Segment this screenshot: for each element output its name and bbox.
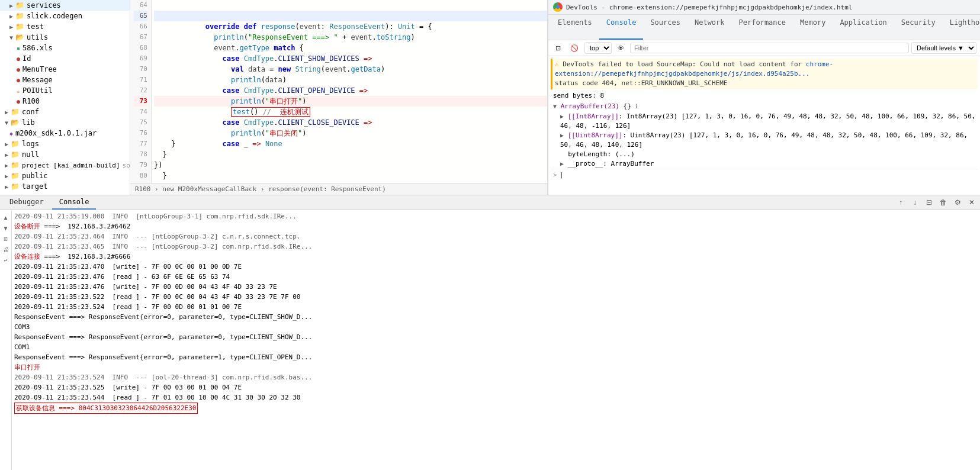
tab-performance[interactable]: Performance [732, 15, 793, 40]
tab-elements[interactable]: Elements [551, 15, 599, 40]
sidebar-item-id[interactable]: ● Id [0, 53, 130, 64]
sidebar-item-logs[interactable]: ▶ 📁 logs [0, 139, 130, 149]
tab-security[interactable]: Security [894, 15, 943, 40]
devtools-tabs: Elements Console Sources Network Perform… [548, 15, 980, 40]
scala-icon: ● [17, 66, 20, 73]
console-proto: ▶ __proto__: ArrayBuffer [551, 159, 978, 169]
levels-select[interactable]: Default levels ▼ [911, 42, 976, 54]
sidebar-item-public[interactable]: ▶ 📁 public [0, 170, 130, 181]
scala-icon: ● [17, 56, 20, 62]
jar-icon: ◆ [9, 130, 13, 137]
sidebar-item-r100[interactable]: ● R100 [0, 96, 130, 107]
settings-btn[interactable]: ⚙ [952, 197, 963, 208]
tab-memory[interactable]: Memory [793, 15, 833, 40]
collapse-icon: ▶ [5, 141, 8, 147]
sidebar-label-sources: sources [123, 162, 130, 169]
devtools-titlebar: DevTools - chrome-extension://pemepefkjf… [548, 0, 980, 15]
side-icon-down[interactable]: ▼ [1, 223, 11, 233]
sidebar-label: slick.codegen [27, 12, 82, 20]
console-input-row[interactable]: > | [551, 169, 978, 181]
devtools-console-toolbar: ⊡ 🚫 top 👁 Default levels ▼ [548, 40, 980, 56]
console-prompt: > [553, 170, 557, 180]
no-entry-button[interactable]: 🚫 [567, 43, 582, 53]
folder-icon: 📂 [15, 33, 24, 41]
folder-icon: 📁 [15, 12, 24, 20]
collapse-icon: ▶ [5, 184, 8, 190]
sidebar-item-message[interactable]: ● Message [0, 75, 130, 85]
tab-sources[interactable]: Sources [643, 15, 687, 40]
sidebar-item-xls[interactable]: ▪ 586.xls [0, 43, 130, 53]
java-icon: ☕ [17, 88, 20, 94]
scroll-up-btn[interactable]: ↑ [895, 197, 907, 208]
sidebar-label: Id [23, 54, 31, 63]
tab-console-bottom[interactable]: Console [52, 195, 97, 210]
sidebar-item-poiutil[interactable]: ☕ POIUtil [0, 85, 130, 96]
tab-debugger[interactable]: Debugger [2, 195, 51, 210]
console-bytelength: byteLength: (...) [551, 150, 978, 159]
sidebar-item-services[interactable]: ▶ 📁 services [0, 0, 130, 11]
log-line-last: 获取设备信息 ===> 004C313030323064426D2056322E… [14, 403, 198, 414]
folder-icon: 📁 [15, 22, 24, 31]
bottom-tabs: Debugger Console ↑ ↓ ⊟ 🗑 ⚙ ✕ [0, 195, 980, 210]
log-line-3: 2020-09-11 21:35:23.464 INFO --- [ntLoop… [14, 231, 978, 242]
sidebar-label: R100 [23, 97, 40, 105]
context-select[interactable]: top [584, 42, 612, 54]
expand-icon: ▼ [9, 34, 13, 41]
sidebar-item-jar[interactable]: ◆ m200x_sdk-1.0.1.jar [0, 128, 130, 139]
sidebar-label: target [22, 182, 47, 191]
log-line-11: ResponseEvent ===> ResponseEvent{error=0… [14, 312, 978, 322]
sidebar-item-null[interactable]: ▶ 📁 null [0, 149, 130, 160]
collapse-icon: ▶ [5, 162, 8, 169]
devtools-panel: DevTools - chrome-extension://pemepefkjf… [548, 0, 980, 195]
close-btn[interactable]: ✕ [966, 197, 978, 208]
console-uint8array: ▶ [[Uint8Array]]: Uint8Array(23) [127, 1… [551, 131, 978, 150]
folder-icon: 📁 [11, 140, 20, 148]
side-icon-print[interactable]: 🖨 [1, 244, 11, 254]
console-cursor: | [560, 170, 564, 180]
sidebar-item-target[interactable]: ▶ 📁 target [0, 181, 130, 192]
bottom-panel: Debugger Console ↑ ↓ ⊟ 🗑 ⚙ ✕ ▲ ▼ ⊡ 🖨 ↩ 2… [0, 195, 980, 470]
tab-network[interactable]: Network [687, 15, 732, 40]
side-icon-wrap[interactable]: ↩ [1, 255, 11, 265]
tab-lighthouse[interactable]: Lighthouse [943, 15, 980, 40]
eye-button[interactable]: 👁 [614, 43, 628, 53]
sidebar-item-project[interactable]: ▶ 📁 project [kai_admin-build] sources [0, 160, 130, 170]
line-numbers: 64 65 66 67 68 69 70 71 72 73 74 75 76 7… [130, 0, 152, 183]
side-icon-filter[interactable]: ⊡ [1, 234, 11, 243]
folder-icon: 📁 [15, 1, 24, 9]
tab-application[interactable]: Application [833, 15, 894, 40]
log-line-16: 串口打开 [14, 362, 978, 372]
sidebar-item-utils[interactable]: ▼ 📂 utils [0, 32, 130, 43]
log-line-5: 设备连接 ===> 192.168.3.2#6666 [14, 252, 978, 262]
console-filter-input[interactable] [630, 43, 909, 53]
clear-btn[interactable]: 🗑 [937, 197, 949, 208]
sidebar-item-slick[interactable]: ▶ 📁 slick.codegen [0, 11, 130, 21]
sidebar-label: logs [22, 140, 39, 148]
folder-icon: 📂 [11, 118, 20, 127]
sidebar-label: Message [23, 76, 53, 84]
sidebar-label: services [27, 1, 61, 9]
tab-console[interactable]: Console [599, 15, 644, 40]
scala-icon: ● [17, 77, 20, 83]
filter-btn[interactable]: ⊟ [923, 197, 935, 208]
sidebar-item-test[interactable]: ▶ 📁 test [0, 21, 130, 32]
log-line-2: 设备断开 ===> 192.168.3.2#6462 [14, 221, 978, 231]
sidebar-label: POIUtil [23, 86, 53, 95]
inspect-button[interactable]: ⊡ [552, 43, 564, 53]
log-side-icons: ▲ ▼ ⊡ 🖨 ↩ [0, 210, 12, 470]
sidebar-label: 586.xls [23, 44, 53, 52]
side-icon-up[interactable]: ▲ [1, 213, 11, 222]
scroll-down-btn[interactable]: ↓ [909, 197, 921, 208]
console-warn-sourcemap: ⚠ DevTools failed to load SourceMap: Cou… [551, 59, 978, 89]
folder-icon: 📁 [11, 182, 20, 191]
collapse-icon: ▶ [9, 2, 13, 9]
collapse-icon: ▶ [9, 24, 13, 30]
sidebar-label: public [22, 172, 47, 180]
log-line-17: 2020-09-11 21:35:23.524 INFO --- [ool-20… [14, 372, 978, 382]
sidebar-item-menutree[interactable]: ● MenuTree [0, 64, 130, 75]
devtools-title: DevTools - chrome-extension://pemepefkjf… [566, 4, 852, 11]
log-line-15: ResponseEvent ===> ResponseEvent{error=0… [14, 352, 978, 362]
code-content: 64 65 66 67 68 69 70 71 72 73 74 75 76 7… [130, 0, 547, 183]
sidebar-item-lib[interactable]: ▼ 📂 lib [0, 117, 130, 128]
sidebar-item-conf[interactable]: ▶ 📁 conf [0, 107, 130, 117]
